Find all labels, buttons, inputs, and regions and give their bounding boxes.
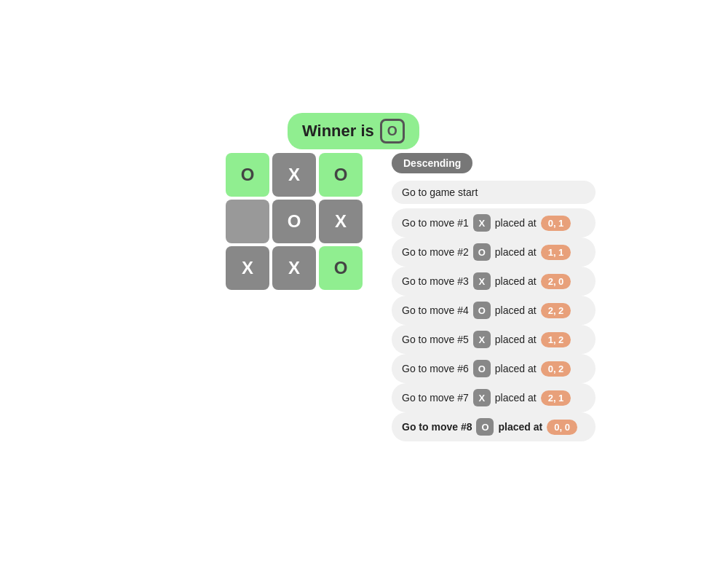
move-list-area: Descending Go to game start Go to move #… (392, 153, 596, 441)
move-label: Go to move #1 (402, 217, 469, 229)
move-list-container: Go to move #1Xplaced at0, 1Go to move #2… (392, 208, 596, 441)
move-placed-at-text: placed at (495, 246, 537, 258)
board-cell-6: X (226, 246, 269, 290)
move-item-5[interactable]: Go to move #5Xplaced at1, 2 (392, 325, 596, 354)
move-placed-at-text: placed at (495, 304, 537, 316)
move-label: Go to move #5 (402, 334, 469, 345)
move-player-badge: O (473, 243, 491, 261)
move-coord-badge: 1, 2 (541, 332, 571, 347)
move-player-badge: X (473, 331, 491, 348)
move-label: Go to move #8 (402, 421, 472, 433)
move-placed-at-text: placed at (495, 392, 537, 404)
board-cell-8: O (319, 246, 363, 290)
move-player-badge: X (473, 272, 491, 290)
board-cell-1: X (272, 153, 316, 197)
move-item-3[interactable]: Go to move #3Xplaced at2, 0 (392, 267, 596, 296)
move-item-7[interactable]: Go to move #7Xplaced at2, 1 (392, 383, 596, 412)
board-cell-7: X (272, 246, 316, 290)
move-player-badge: O (473, 360, 491, 377)
move-coord-badge: 0, 2 (541, 361, 571, 377)
move-placed-at-text: placed at (495, 275, 537, 287)
move-item-1[interactable]: Go to move #1Xplaced at0, 1 (392, 208, 596, 237)
move-label: Go to move #2 (402, 246, 469, 258)
board-cell-4: O (272, 200, 316, 243)
board-grid: OXOOXXXO (226, 153, 363, 290)
move-item-4[interactable]: Go to move #4Oplaced at2, 2 (392, 296, 596, 325)
move-label: Go to move #3 (402, 275, 469, 287)
board-cell-0: O (226, 153, 269, 197)
move-coord-badge: 2, 0 (541, 274, 571, 289)
descending-button[interactable]: Descending (392, 153, 472, 173)
move-label: Go to move #6 (402, 363, 469, 374)
board-cell-3 (226, 200, 269, 243)
board-cell-5: X (319, 200, 363, 243)
move-coord-badge: 0, 0 (547, 420, 577, 435)
move-placed-at-text: placed at (495, 363, 537, 374)
move-player-badge: X (473, 214, 491, 232)
main-container: OXOOXXXO Descending Go to game start Go … (226, 109, 596, 441)
board-cell-2: O (319, 153, 363, 197)
board-area: OXOOXXXO (226, 153, 363, 290)
move-item-8[interactable]: Go to move #8Oplaced at0, 0 (392, 412, 596, 441)
move-item-6[interactable]: Go to move #6Oplaced at0, 2 (392, 354, 596, 383)
move-label: Go to move #4 (402, 304, 469, 316)
move-label: Go to move #7 (402, 392, 469, 404)
move-coord-badge: 1, 1 (541, 245, 571, 260)
move-placed-at-text: placed at (495, 217, 537, 229)
move-item-2[interactable]: Go to move #2Oplaced at1, 1 (392, 237, 596, 267)
move-placed-at-text: placed at (495, 334, 537, 345)
move-placed-at-text: placed at (498, 421, 542, 433)
move-player-badge: O (473, 302, 491, 319)
move-player-badge: X (473, 389, 491, 406)
game-start-button[interactable]: Go to game start (392, 181, 596, 204)
move-coord-badge: 0, 1 (541, 216, 571, 231)
game-start-label: Go to game start (402, 186, 478, 198)
move-coord-badge: 2, 2 (541, 303, 571, 318)
move-coord-badge: 2, 1 (541, 390, 571, 406)
move-player-badge: O (476, 418, 494, 436)
